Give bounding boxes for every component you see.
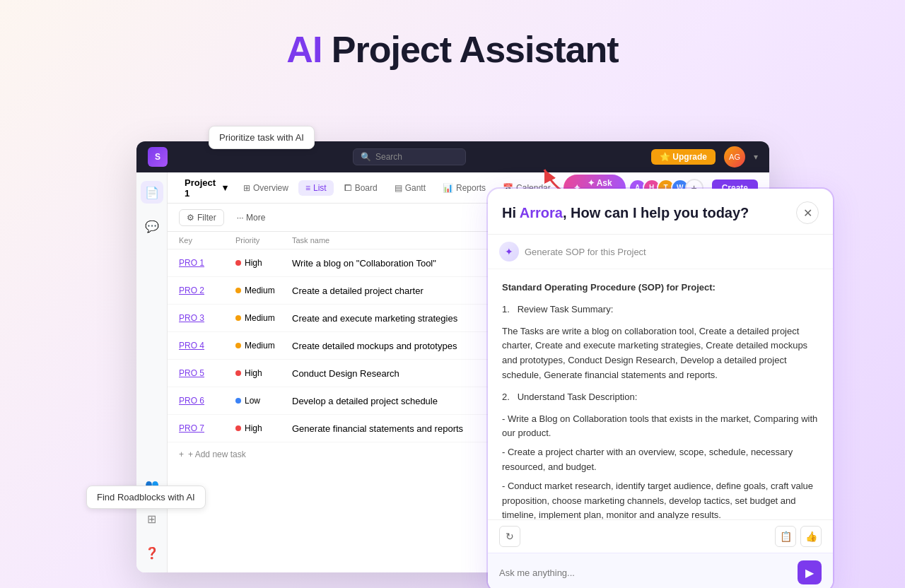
sidebar-icon-grid[interactable]: ⊞ — [141, 507, 163, 530]
ai-greeting: Hi Arrora, How can I help you today? — [502, 205, 749, 221]
response-point-3: - Conduct market research, identify targ… — [502, 479, 819, 519]
task-key-1[interactable]: PRO 1 — [179, 258, 235, 268]
priority-cell-5: High — [235, 368, 292, 378]
gantt-icon: ▤ — [395, 183, 402, 193]
tab-list[interactable]: ≡ List — [298, 180, 334, 196]
tooltip-roadblocks: Find Roadblocks with AI — [86, 486, 206, 509]
title-ai-word: AI — [286, 29, 322, 70]
priority-cell-2: Medium — [235, 286, 292, 295]
ai-panel-actions: ↻ 📋 👍 — [488, 519, 833, 553]
sidebar-icon-chat[interactable]: 💬 — [141, 215, 163, 237]
send-icon: ▶ — [805, 566, 814, 580]
ai-prompt-icon: ✦ — [499, 242, 519, 261]
user-avatar[interactable]: AG — [724, 146, 745, 167]
ai-prompt-bar: ✦ Generate SOP for this Project — [488, 235, 833, 269]
task-key-2[interactable]: PRO 2 — [179, 286, 235, 295]
tab-gantt[interactable]: ▤ Gantt — [387, 180, 433, 196]
priority-cell-7: High — [235, 423, 292, 433]
response-section-1-body: The Tasks are write a blog on collaborat… — [502, 324, 819, 383]
priority-dot-medium-4 — [235, 343, 241, 348]
search-box[interactable]: 🔍 Search — [353, 148, 466, 165]
tab-reports[interactable]: 📊 Reports — [436, 180, 493, 196]
response-point-2: - Create a project charter with an overv… — [502, 445, 819, 475]
priority-dot-low — [235, 398, 241, 404]
user-dropdown-icon[interactable]: ▾ — [754, 152, 758, 162]
project-selector[interactable]: Project 1 ▾ — [179, 175, 233, 201]
refresh-button[interactable]: ↻ — [499, 526, 520, 547]
priority-dot-medium — [235, 288, 241, 293]
priority-dot-high — [235, 260, 241, 266]
priority-cell-1: High — [235, 258, 292, 268]
col-priority: Priority — [235, 236, 292, 245]
more-button[interactable]: ··· More — [230, 210, 273, 225]
ai-panel-body: ✦ Generate SOP for this Project Standard… — [488, 235, 833, 553]
task-key-7[interactable]: PRO 7 — [179, 423, 235, 433]
response-point-1: - Write a Blog on Collaboration tools th… — [502, 412, 819, 442]
tooltip-prioritize: Prioritize task with AI — [209, 126, 315, 149]
sidebar-icon-docs[interactable]: 📄 — [141, 181, 163, 204]
upgrade-button[interactable]: ⭐ Upgrade — [651, 149, 716, 165]
ai-response-area: Standard Operating Procedure (SOP) for P… — [488, 269, 833, 519]
title-rest: Project Assistant — [322, 29, 618, 70]
ai-send-button[interactable]: ▶ — [798, 560, 822, 584]
priority-dot-medium-3 — [235, 315, 241, 321]
priority-cell-3: Medium — [235, 313, 292, 323]
close-button[interactable]: ✕ — [796, 201, 819, 224]
task-key-4[interactable]: PRO 4 — [179, 341, 235, 351]
ai-input-bar: ▶ — [488, 553, 833, 588]
task-key-6[interactable]: PRO 6 — [179, 396, 235, 406]
add-icon: + — [179, 449, 184, 459]
search-icon: 🔍 — [361, 152, 371, 162]
ai-message-input[interactable] — [499, 568, 790, 578]
copy-button[interactable]: 📋 — [775, 526, 796, 547]
response-section-2-title: 2. Understand Task Description: — [502, 390, 819, 405]
filter-button[interactable]: ⚙ Filter — [179, 209, 224, 226]
response-title: Standard Operating Procedure (SOP) for P… — [502, 281, 819, 295]
ai-panel-header: Hi Arrora, How can I help you today? ✕ — [488, 189, 833, 235]
col-key: Key — [179, 236, 235, 245]
priority-cell-4: Medium — [235, 341, 292, 351]
filter-icon: ⚙ — [187, 213, 194, 223]
project-dropdown-icon: ▾ — [223, 182, 228, 193]
thumbs-up-button[interactable]: 👍 — [800, 526, 822, 547]
priority-dot-high-7 — [235, 425, 241, 431]
reports-icon: 📊 — [443, 183, 453, 193]
left-sidebar: 📄 💬 👥 ⊞ ❓ — [136, 172, 168, 572]
tab-board[interactable]: ⧠ Board — [337, 180, 385, 196]
ai-chat-panel: Hi Arrora, How can I help you today? ✕ ✦… — [488, 189, 833, 588]
sidebar-icon-help[interactable]: ❓ — [141, 541, 163, 564]
list-icon: ≡ — [305, 183, 310, 193]
overview-icon: ⊞ — [243, 183, 250, 193]
tab-overview[interactable]: ⊞ Overview — [236, 180, 296, 196]
task-key-3[interactable]: PRO 3 — [179, 313, 235, 323]
page-title: AI Project Assistant — [0, 0, 905, 71]
task-key-5[interactable]: PRO 5 — [179, 368, 235, 378]
response-section-1-title: 1. Review Task Summary: — [502, 302, 819, 317]
priority-dot-high-5 — [235, 370, 241, 376]
app-logo: S — [148, 147, 168, 167]
priority-cell-6: Low — [235, 396, 292, 406]
ai-prompt-text: Generate SOP for this Project — [525, 247, 822, 257]
board-icon: ⧠ — [344, 183, 352, 193]
